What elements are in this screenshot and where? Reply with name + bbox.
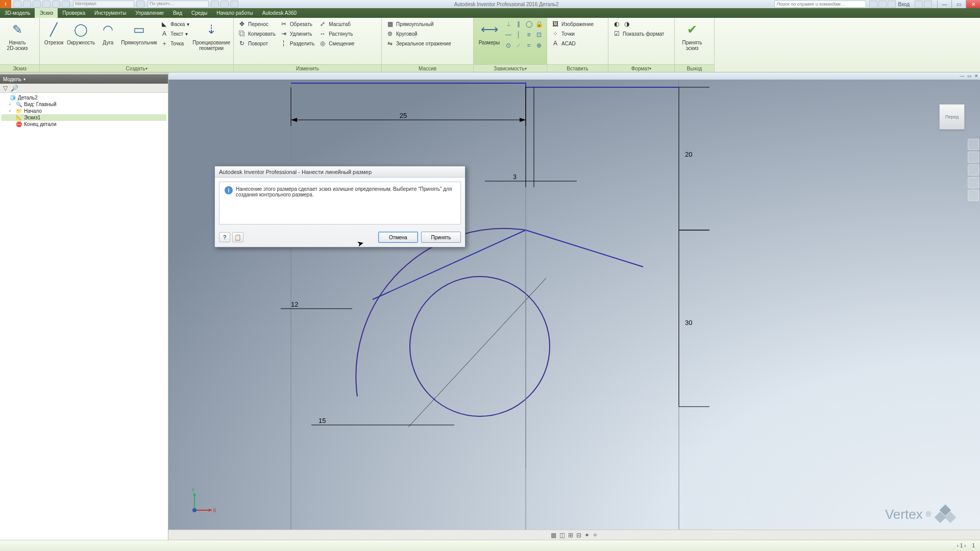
qat-home-icon[interactable] [62,1,70,8]
mirror-button[interactable]: ⇋Зеркальное отражение [385,39,452,48]
constraint-row2[interactable]: —│≡⊡ [504,30,544,39]
vt4-icon[interactable]: ⊟ [576,532,581,539]
qat-appearance-icon[interactable] [136,1,144,8]
copy-button[interactable]: ⿻Копировать [237,29,277,38]
doc-max-icon[interactable]: ▭ [966,73,973,79]
move-button[interactable]: ✥Перенос [237,19,277,29]
search-tree-icon[interactable]: 🔎 [11,85,18,92]
offset-button[interactable]: ◎Смещение [317,39,355,48]
favorite-icon[interactable] [878,1,887,8]
panel-format-title[interactable]: Формат [608,64,674,72]
qat-redo-icon[interactable] [52,1,60,8]
tab-getstarted[interactable]: Начало работы [212,8,258,18]
tree-item[interactable]: 📐Эскиз1 [2,114,166,121]
c5-icon[interactable]: — [504,30,513,39]
panel-create-title[interactable]: Создать [40,64,233,72]
sketch-view[interactable]: 25 3 20 30 12 [168,80,980,540]
dialog-help-icon[interactable]: ? [219,232,230,242]
vt1-icon[interactable]: ▦ [551,532,556,539]
text-button[interactable]: AТекст ▾ [159,29,190,38]
tab-environments[interactable]: Среды [187,8,212,18]
nav-zoom-icon[interactable] [968,164,979,176]
material-dropdown[interactable]: Материал [73,1,134,8]
project-geometry-button[interactable]: ⇣Проецирование геометрии [192,19,230,51]
c8-icon[interactable]: ⊡ [534,30,544,39]
tree-item[interactable]: 🧊Деталь2 [2,94,166,101]
c1-icon[interactable]: ⟂ [504,19,513,29]
exchange-icon[interactable] [915,1,923,8]
c12-icon[interactable]: ⊕ [534,41,544,50]
line-button[interactable]: ╱Отрезок [43,19,65,45]
signin-icon[interactable] [888,1,896,8]
constraint-row1[interactable]: ⟂∥◯🔒 [504,19,544,29]
close-button[interactable]: ✕ [966,0,980,8]
tab-inspect[interactable]: Проверка [58,8,90,18]
c6-icon[interactable]: │ [514,30,523,39]
tree-item[interactable]: ⛔Конец детали [2,121,166,128]
constraint-row3[interactable]: ⊙⟋=⊕ [504,41,544,50]
start-sketch-button[interactable]: ✎ Начать 2D-эскиз [3,19,32,51]
insert-acad-button[interactable]: AACAD [550,39,595,48]
tab-manage[interactable]: Управление [131,8,168,18]
tab-sketch[interactable]: Эскиз [35,8,58,18]
arc-button[interactable]: ◠Дуга [97,19,119,45]
viewcube[interactable]: Перед [939,104,965,130]
filter-icon[interactable]: ▽ [3,85,8,92]
stretch-button[interactable]: ↔Растянуть [317,29,355,38]
scale-button[interactable]: ⤢Масштаб [317,19,355,29]
qat-more-icon[interactable] [230,1,238,8]
nav-pan-icon[interactable] [968,152,979,163]
nav-home-icon[interactable] [968,139,979,150]
trim-button[interactable]: ✂Обрезать [279,19,315,29]
dimension-button[interactable]: ⟷Размеры [477,19,502,45]
cancel-button[interactable]: Отмена [378,232,418,243]
insert-image-button[interactable]: 🖼Изображение [550,19,595,29]
c9-icon[interactable]: ⊙ [504,41,513,50]
c11-icon[interactable]: = [524,41,533,50]
signin-label[interactable]: Вход [898,2,910,7]
browser-title[interactable]: Модель [0,74,168,84]
vt5-icon[interactable]: ✦ [584,532,590,539]
doc-min-icon[interactable]: — [959,73,966,79]
qat-undo-icon[interactable] [42,1,51,8]
tab-a360[interactable]: Autodesk A360 [258,8,301,18]
dialog-copy-icon[interactable]: 📋 [232,232,243,242]
finish-sketch-button[interactable]: ✔Принять эскиз [678,19,706,51]
format-row1[interactable]: ◐◑ [611,19,665,29]
graphics-canvas[interactable]: — ▭ ✕ 25 3 20 [168,72,980,540]
nav-orbit-icon[interactable] [968,177,979,188]
tree-item[interactable]: +📁Начало [2,108,166,114]
qat-open-icon[interactable] [23,1,31,8]
maximize-button[interactable]: ▭ [951,0,966,8]
insert-points-button[interactable]: ⁘Точки [550,29,595,38]
circ-array-button[interactable]: ⊚Круговой [385,29,452,38]
nav-bar[interactable] [968,139,979,201]
tab-3d-model[interactable]: 3D-модель [0,8,35,18]
panel-constrain-title[interactable]: Зависимость [474,64,547,72]
qat-new-icon[interactable] [13,1,21,8]
chamfer-button[interactable]: ◣Фаска ▾ [159,19,190,29]
tab-view[interactable]: Вид [168,8,187,18]
tree-item[interactable]: +🔍Вид: Главный [2,101,166,108]
extend-button[interactable]: ⇥Удлинить [279,29,315,38]
accept-button[interactable]: Принять [421,232,461,243]
doc-close-icon[interactable]: ✕ [973,73,980,79]
rect-array-button[interactable]: ▦Прямоугольный [385,19,452,29]
split-button[interactable]: ╎Разделить [279,39,315,48]
c3-icon[interactable]: ◯ [524,19,533,29]
vt3-icon[interactable]: ⊞ [568,532,573,539]
infocenter-icon[interactable] [869,1,877,8]
help-search-input[interactable] [774,1,866,8]
quick-access-toolbar[interactable] [13,1,70,8]
qat-measure-icon[interactable] [211,1,219,8]
rectangle-button[interactable]: ▭Прямоугольник [121,19,157,45]
vt6-icon[interactable]: ✧ [593,532,598,539]
viewport-toolbar[interactable]: ▦ ◫ ⊞ ⊟ ✦ ✧ [168,530,980,540]
minimize-button[interactable]: — [937,0,951,8]
rotate-button[interactable]: ↻Поворот [237,39,277,48]
c4-icon[interactable]: 🔒 [534,19,544,29]
c2-icon[interactable]: ∥ [514,19,523,29]
tab-tools[interactable]: Инструменты [90,8,131,18]
qat-save-icon[interactable] [33,1,41,8]
qat-fx-icon[interactable] [220,1,229,8]
